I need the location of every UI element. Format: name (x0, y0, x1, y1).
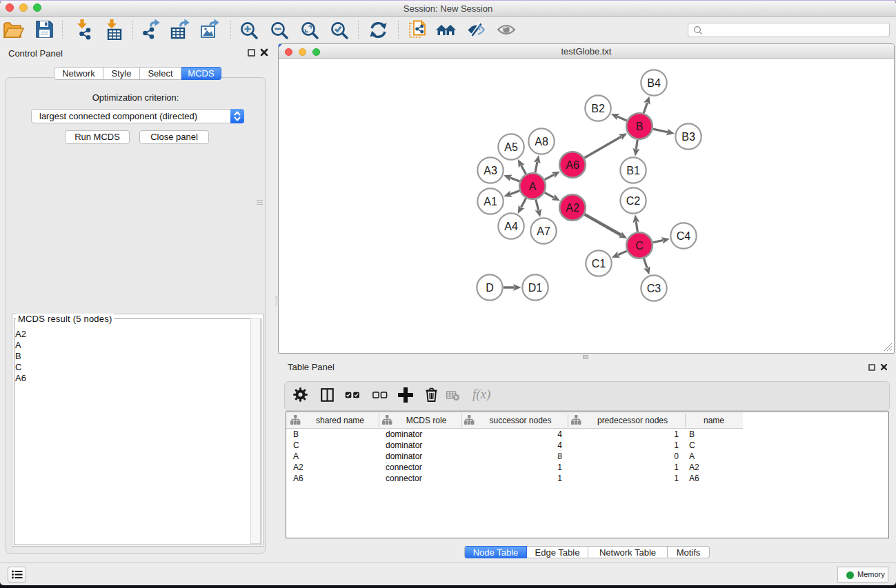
svg-text:A7: A7 (537, 225, 550, 237)
svg-text:A1: A1 (484, 196, 497, 207)
svg-text:C3: C3 (647, 283, 661, 294)
svg-text:B3: B3 (681, 131, 695, 143)
svg-text:A4: A4 (504, 221, 518, 232)
svg-text:B2: B2 (591, 103, 605, 114)
svg-text:A3: A3 (484, 165, 497, 176)
svg-text:D1: D1 (528, 282, 543, 294)
svg-text:B1: B1 (626, 165, 640, 176)
svg-text:A: A (529, 181, 537, 192)
svg-text:A5: A5 (504, 141, 518, 153)
svg-text:C: C (635, 240, 644, 252)
svg-text:D: D (486, 282, 494, 294)
svg-text:A6: A6 (566, 159, 579, 171)
svg-text:C1: C1 (592, 258, 606, 270)
svg-text:A8: A8 (535, 136, 548, 148)
svg-text:A2: A2 (566, 202, 579, 214)
svg-text:C2: C2 (626, 195, 641, 207)
svg-text:B: B (636, 121, 644, 132)
svg-text:C4: C4 (677, 230, 691, 242)
svg-text:B4: B4 (647, 77, 661, 89)
